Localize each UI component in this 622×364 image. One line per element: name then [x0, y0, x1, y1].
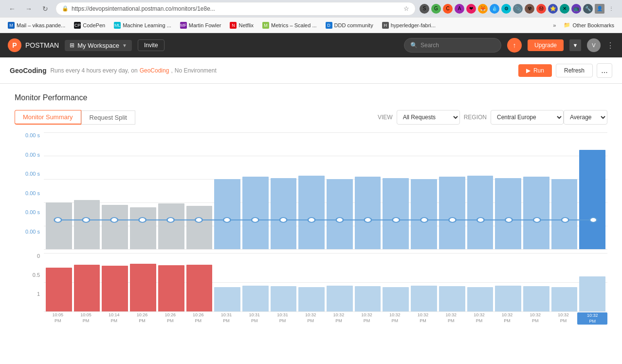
bar[interactable] [495, 178, 521, 249]
bookmark-mail[interactable]: M Mail – vikas.pande... [4, 20, 69, 31]
bar[interactable] [579, 150, 605, 249]
workspace-selector[interactable]: ⊞ My Workspace ▼ [65, 40, 132, 51]
bar-group-top[interactable] [495, 132, 521, 249]
geocoding-collection-link[interactable]: GeoCoding [140, 67, 169, 74]
bar-group-top[interactable] [579, 132, 605, 249]
bar-group-top[interactable] [411, 132, 437, 249]
bar-group-bottom[interactable] [355, 253, 381, 311]
bar-group-bottom[interactable] [467, 253, 494, 311]
bookmark-ml[interactable]: ML Machine Learning ... [110, 20, 175, 31]
bar-group-bottom[interactable] [74, 253, 100, 311]
upload-button[interactable]: ↑ [507, 38, 522, 53]
bar-group-bottom[interactable] [327, 253, 353, 311]
invite-button[interactable]: Invite [138, 39, 165, 51]
bar[interactable] [439, 286, 465, 311]
bar[interactable] [46, 202, 72, 249]
bar[interactable] [158, 265, 184, 311]
bar-group-bottom[interactable] [130, 253, 156, 311]
bar-group-bottom[interactable] [214, 253, 240, 311]
bar[interactable] [130, 207, 156, 249]
reload-button[interactable]: ↻ [39, 2, 52, 15]
tab-monitor-summary[interactable]: Monitor Summary [15, 110, 81, 125]
bar[interactable] [158, 203, 184, 249]
bar[interactable] [551, 287, 578, 311]
bar-group-bottom[interactable] [551, 253, 578, 311]
run-button[interactable]: ▶ Run [518, 64, 552, 77]
bar[interactable] [186, 265, 213, 311]
bar-group-top[interactable] [467, 132, 494, 249]
bar[interactable] [298, 176, 325, 249]
bar[interactable] [551, 179, 578, 249]
bar-group-top[interactable] [46, 132, 72, 249]
bar-group-top[interactable] [551, 132, 578, 249]
search-bar[interactable]: 🔍 Search [404, 38, 501, 53]
bar-group-top[interactable] [186, 132, 213, 249]
bar-group-top[interactable] [102, 132, 128, 249]
average-select[interactable]: Average [564, 110, 607, 125]
bar[interactable] [130, 264, 156, 311]
bar-group-bottom[interactable] [102, 253, 128, 311]
bookmark-martin-fowler[interactable]: MF Martin Fowler [176, 20, 225, 31]
bar-group-bottom[interactable] [383, 253, 409, 311]
bar[interactable] [411, 286, 437, 311]
bar[interactable] [242, 286, 269, 311]
bar-group-top[interactable] [158, 132, 184, 249]
bar-group-bottom[interactable] [242, 253, 269, 311]
postman-logo[interactable]: P POSTMAN [8, 38, 59, 52]
bar[interactable] [102, 266, 128, 311]
bar[interactable] [523, 177, 549, 249]
view-select[interactable]: All Requests [397, 110, 460, 125]
bar-group-top[interactable] [355, 132, 381, 249]
bar[interactable] [579, 276, 605, 311]
bar[interactable] [327, 179, 353, 249]
bar[interactable] [355, 286, 381, 311]
bar[interactable] [271, 178, 297, 249]
bookmark-hyperledger[interactable]: H hyperledger-fabri... [378, 20, 439, 31]
bookmarks-more-button[interactable]: » [550, 22, 559, 28]
avatar[interactable]: V [587, 38, 601, 52]
bar[interactable] [214, 287, 240, 311]
bar-group-top[interactable] [242, 132, 269, 249]
upgrade-button[interactable]: Upgrade [528, 39, 564, 51]
bar-group-bottom[interactable] [158, 253, 184, 311]
bar[interactable] [74, 265, 100, 311]
bar-group-top[interactable] [439, 132, 465, 249]
bar-group-bottom[interactable] [579, 253, 605, 311]
more-options-header-button[interactable]: ⋮ [606, 41, 614, 50]
bar[interactable] [523, 286, 549, 311]
bar-group-top[interactable] [298, 132, 325, 249]
bar[interactable] [298, 287, 325, 311]
bar-group-bottom[interactable] [495, 253, 521, 311]
bar-group-top[interactable] [74, 132, 100, 249]
bar[interactable] [467, 287, 494, 311]
other-bookmarks[interactable]: 📁 Other Bookmarks [560, 22, 618, 28]
bar[interactable] [327, 286, 353, 311]
bar-group-top[interactable] [130, 132, 156, 249]
url-bar[interactable]: 🔒 https://devopsinternational.postman.co… [55, 2, 416, 16]
tab-request-split[interactable]: Request Split [81, 110, 135, 125]
bar-group-bottom[interactable] [271, 253, 297, 311]
bar-group-top[interactable] [523, 132, 549, 249]
bar[interactable] [383, 287, 409, 311]
more-options-button[interactable]: ... [597, 63, 612, 78]
bookmark-metrics[interactable]: M Metrics – Scaled ... [258, 20, 321, 31]
bar-group-bottom[interactable] [411, 253, 437, 311]
bar[interactable] [186, 206, 213, 249]
bar[interactable] [411, 179, 437, 249]
bar-group-top[interactable] [214, 132, 240, 249]
bar-group-bottom[interactable] [298, 253, 325, 311]
bar[interactable] [74, 200, 100, 249]
refresh-button[interactable]: Refresh [556, 64, 593, 77]
bar[interactable] [46, 268, 72, 311]
bar-group-bottom[interactable] [523, 253, 549, 311]
bar-group-top[interactable] [271, 132, 297, 249]
bar[interactable] [214, 179, 240, 249]
bookmark-codepen[interactable]: CP CodePen [70, 20, 109, 31]
region-select[interactable]: Central Europe [491, 110, 564, 125]
bar[interactable] [242, 177, 269, 249]
bookmark-netflix[interactable]: N Netflix [226, 20, 257, 31]
bar-group-top[interactable] [383, 132, 409, 249]
forward-button[interactable]: → [22, 2, 35, 15]
bar[interactable] [271, 286, 297, 311]
bar-group-top[interactable] [327, 132, 353, 249]
